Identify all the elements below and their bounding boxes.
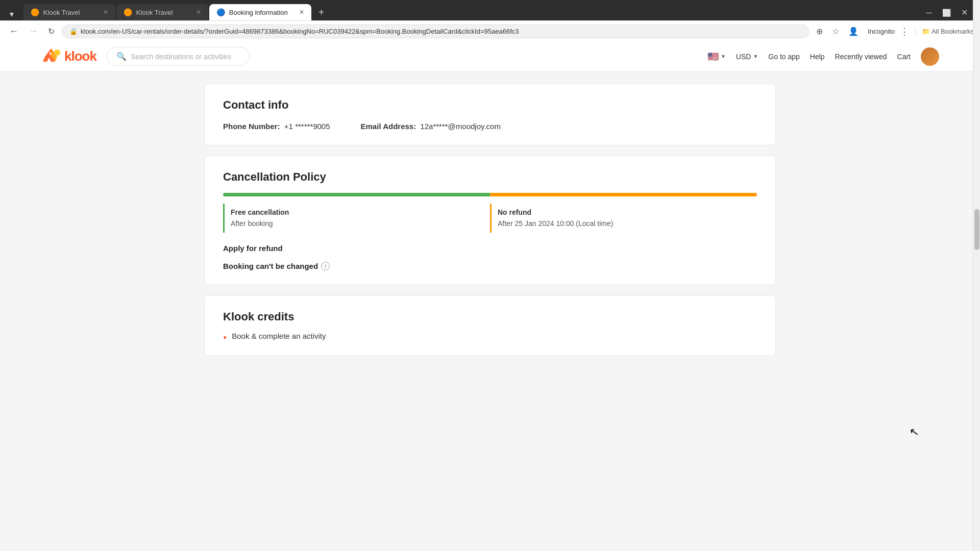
help-link[interactable]: Help <box>810 53 825 61</box>
contact-fields: Phone Number: +1 ******9005 Email Addres… <box>223 122 757 131</box>
klook-credits-card: Klook credits ● Book & complete an activ… <box>204 295 776 356</box>
tab-2-close[interactable]: ✕ <box>196 9 201 16</box>
klook-credits-title: Klook credits <box>223 310 757 323</box>
policy-details-row: Free cancellation After booking No refun… <box>223 204 757 233</box>
policy-progress-bar <box>223 193 757 196</box>
tab-2-favicon: 🟠 <box>124 8 132 16</box>
scrollbar[interactable] <box>973 0 980 470</box>
tab-1[interactable]: 🟠 Klook Travel ✕ <box>23 4 115 20</box>
scrollbar-thumb[interactable] <box>974 209 979 250</box>
menu-btn[interactable]: ⋮ <box>898 25 911 38</box>
cancellation-policy-title: Cancellation Policy <box>223 170 757 184</box>
search-placeholder-text: Search destinations or activities <box>131 53 231 61</box>
free-cancellation-detail: Free cancellation After booking <box>223 204 490 233</box>
booking-change-text: Booking can't be changed <box>223 262 318 270</box>
cart-link[interactable]: Cart <box>897 53 911 61</box>
main-content: Contact info Phone Number: +1 ******9005… <box>163 71 817 368</box>
klook-logo-text: klook <box>64 48 96 64</box>
back-btn[interactable]: ← <box>6 25 21 38</box>
policy-bar-orange <box>490 193 757 196</box>
tab-3-title: Booking information <box>229 9 295 16</box>
klook-logo[interactable]: klook <box>41 47 96 66</box>
user-avatar[interactable] <box>921 47 939 66</box>
minimize-btn[interactable]: ─ <box>922 7 936 18</box>
currency-selector[interactable]: USD ▼ <box>736 53 758 61</box>
email-field: Email Address: 12a*****@moodjoy.com <box>361 122 501 131</box>
flag-currency[interactable]: 🇺🇸 ▼ <box>707 51 726 62</box>
tab-3-close[interactable]: ✕ <box>299 9 304 16</box>
reload-btn[interactable]: ↻ <box>45 26 58 37</box>
new-tab-btn[interactable]: + <box>313 5 330 20</box>
bookmarks-label: 📁 All Bookmarks <box>915 28 974 35</box>
tab-3-favicon: 🔵 <box>216 8 225 16</box>
credits-item-1: ● Book & complete an activity <box>223 332 757 341</box>
no-refund-title: No refund <box>498 207 751 218</box>
browser-chrome: ▼ 🟠 Klook Travel ✕ 🟠 Klook Travel ✕ 🔵 Bo… <box>0 0 980 42</box>
lock-icon: 🔒 <box>69 28 78 35</box>
forward-btn[interactable]: → <box>26 25 41 38</box>
klook-logo-icon <box>41 47 61 66</box>
tab-1-title: Klook Travel <box>43 9 99 16</box>
search-icon: 🔍 <box>116 52 127 61</box>
cancellation-policy-card: Cancellation Policy Free cancellation Af… <box>204 156 776 285</box>
tab-3[interactable]: 🔵 Booking information ✕ <box>209 4 311 20</box>
contact-info-card: Contact info Phone Number: +1 ******9005… <box>204 84 776 145</box>
info-circle-icon[interactable]: i <box>321 262 330 270</box>
free-cancellation-sub: After booking <box>231 218 484 229</box>
svg-point-2 <box>54 49 60 56</box>
address-bar[interactable]: 🔒 klook.com/en-US/car-rentals/order-deta… <box>62 24 809 38</box>
extensions-icon[interactable]: ⊕ <box>813 26 826 37</box>
currency-arrow: ▼ <box>753 54 758 59</box>
contact-info-title: Contact info <box>223 98 757 112</box>
page-content: klook 🔍 Search destinations or activitie… <box>0 42 980 470</box>
no-refund-sub: After 25 Jan 2024 10:00 (Local time) <box>498 218 751 229</box>
booking-change-notice: Booking can't be changed i <box>223 262 757 270</box>
go-to-app-link[interactable]: Go to app <box>768 53 800 61</box>
tab-1-favicon: 🟠 <box>31 8 39 16</box>
recently-viewed-link[interactable]: Recently viewed <box>835 53 887 61</box>
incognito-label: Incognito <box>868 28 895 35</box>
flag-icon: 🇺🇸 <box>707 51 719 62</box>
phone-value: +1 ******9005 <box>284 122 330 131</box>
tab-2-title: Klook Travel <box>136 9 192 16</box>
phone-label: Phone Number: <box>223 122 280 131</box>
tab-2[interactable]: 🟠 Klook Travel ✕ <box>116 4 208 20</box>
close-btn[interactable]: ✕ <box>957 7 972 18</box>
free-cancellation-title: Free cancellation <box>231 207 484 218</box>
credits-item-1-text: Book & complete an activity <box>232 332 326 340</box>
restore-btn[interactable]: ⬜ <box>938 8 955 18</box>
policy-bar-green <box>223 193 490 196</box>
tab-1-close[interactable]: ✕ <box>103 9 108 16</box>
apply-refund-link[interactable]: Apply for refund <box>223 244 757 253</box>
phone-field: Phone Number: +1 ******9005 <box>223 122 330 131</box>
email-label: Email Address: <box>361 122 416 131</box>
credits-bullet-icon: ● <box>223 334 227 341</box>
dropdown-arrow: ▼ <box>721 54 726 59</box>
currency-text: USD <box>736 53 751 61</box>
search-bar[interactable]: 🔍 Search destinations or activities <box>107 47 250 66</box>
email-value: 12a*****@moodjoy.com <box>420 122 501 131</box>
url-text: klook.com/en-US/car-rentals/order-detail… <box>81 28 801 35</box>
tab-list-btn[interactable]: ▼ <box>4 8 19 20</box>
bookmark-icon[interactable]: ☆ <box>829 26 842 37</box>
site-nav: klook 🔍 Search destinations or activitie… <box>0 42 980 71</box>
account-icon[interactable]: 👤 <box>845 26 862 37</box>
no-refund-detail: No refund After 25 Jan 2024 10:00 (Local… <box>490 204 757 233</box>
